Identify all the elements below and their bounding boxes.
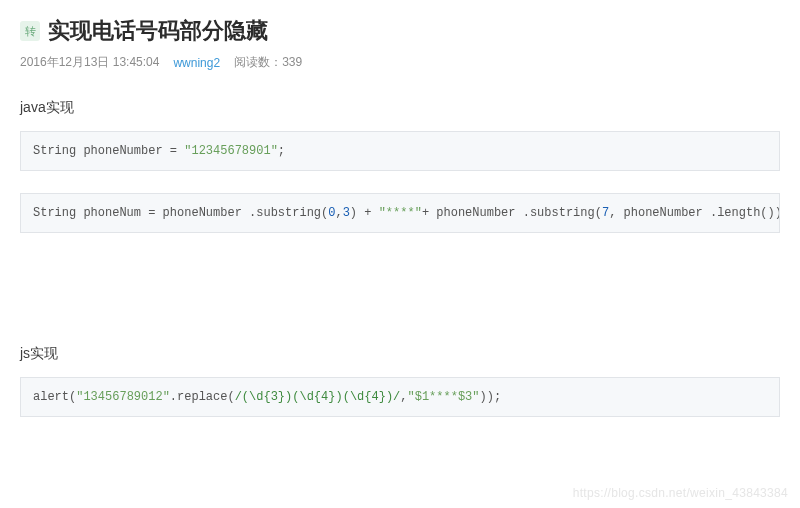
section-heading-java: java实现 (20, 99, 780, 117)
repost-badge: 转 (20, 21, 40, 41)
watermark: https://blog.csdn.net/weixin_43843384 (573, 486, 788, 500)
post-date: 2016年12月13日 13:45:04 (20, 54, 159, 71)
code-block-js: alert("13456789012".replace(/(\d{3})(\d{… (20, 377, 780, 417)
spacer (20, 255, 780, 345)
section-heading-js: js实现 (20, 345, 780, 363)
meta-row: 2016年12月13日 13:45:04 wwning2 阅读数：339 (20, 54, 780, 71)
article-container: 转 实现电话号码部分隐藏 2016年12月13日 13:45:04 wwning… (0, 0, 800, 455)
code-block-java-1: String phoneNumber = "12345678901"; (20, 131, 780, 171)
author-link[interactable]: wwning2 (173, 56, 220, 70)
views-count: 阅读数：339 (234, 54, 302, 71)
code-block-java-2: String phoneNum = phoneNumber .substring… (20, 193, 780, 233)
header-row: 转 实现电话号码部分隐藏 (20, 16, 780, 46)
page-title: 实现电话号码部分隐藏 (48, 16, 268, 46)
